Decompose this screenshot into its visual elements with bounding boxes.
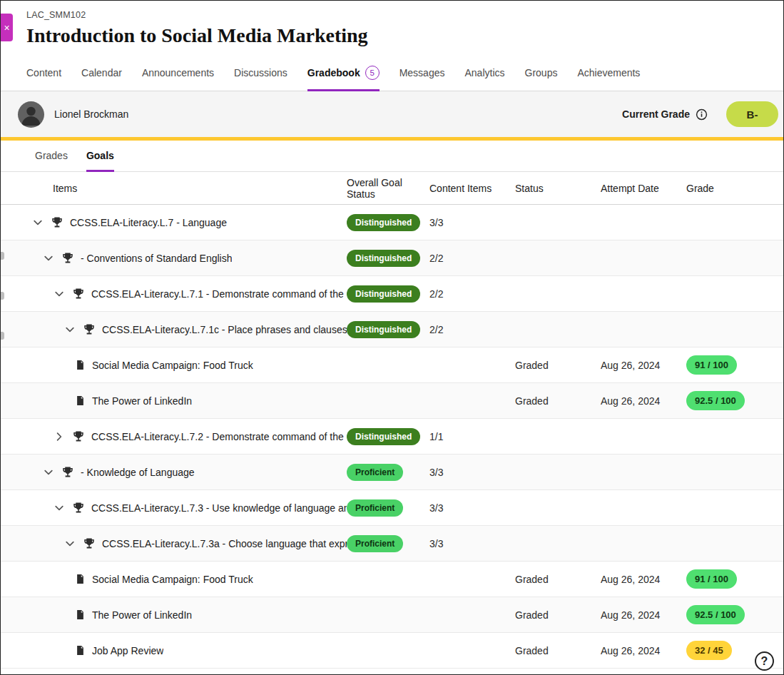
tab-label: Announcements [142,67,214,78]
items-cell: CCSS.ELA-Literacy.L.7.3a - Choose langua… [26,537,347,550]
column-items: Items [26,183,347,194]
content-items-count: 2/2 [429,253,515,264]
items-cell: The Power of LinkedIn [26,395,347,407]
item-label[interactable]: - Knowledge of Language [81,467,195,478]
grading-status: Graded [515,645,601,656]
tab-label: Analytics [464,67,504,78]
goal-icon [72,430,85,443]
content-item-row: The Power of LinkedInGradedAug 26, 20249… [1,597,783,633]
tab-groups[interactable]: Groups [525,57,558,91]
goal-icon [83,323,96,336]
chevron-down-icon[interactable] [43,467,55,478]
goal-status-pill: Distinguished [347,250,420,267]
item-label[interactable]: - Conventions of Standard English [81,253,232,264]
course-title: Introduction to Social Media Marketing [26,24,758,47]
goal-icon [61,252,74,265]
grade-cell: 92.5 / 100 [686,391,769,410]
grade-cell: 91 / 100 [686,569,769,589]
grade-pill[interactable]: 91 / 100 [686,355,737,375]
collapsed-sidebar-icon [0,252,4,260]
item-label[interactable]: CCSS.ELA-Literacy.L.7.2 - Demonstrate co… [91,431,347,442]
grade-pill[interactable]: 92.5 / 100 [686,391,745,410]
chevron-down-icon[interactable] [64,538,76,549]
goal-status-pill: Distinguished [347,285,420,303]
items-cell: Social Media Campaign: Food Truck [26,359,347,371]
items-cell: CCSS.ELA-Literacy.L.7.2 - Demonstrate co… [26,430,347,443]
goal-icon [72,288,85,300]
attempt-date: Aug 26, 2024 [601,609,686,621]
grading-status: Graded [515,395,601,407]
info-icon[interactable] [696,108,708,121]
chevron-down-icon[interactable] [64,324,76,335]
column-status: Status [515,183,601,194]
goal-status-cell: Distinguished [347,428,429,445]
goal-status-cell: Distinguished [347,250,429,267]
goal-status-pill: Distinguished [347,321,420,338]
goal-status-cell: Proficient [347,535,429,552]
tab-gradebook[interactable]: Gradebook5 [307,57,380,91]
subtab-grades[interactable]: Grades [35,141,68,172]
student-name: Lionel Brockman [54,108,128,120]
item-label[interactable]: Social Media Campaign: Food Truck [92,360,253,371]
course-code: LAC_SMM102 [26,10,758,20]
close-panel-button[interactable]: × [1,14,13,41]
content-item-row: Job App ReviewGradedAug 26, 202432 / 45 [1,633,783,669]
tab-calendar[interactable]: Calendar [81,57,122,91]
item-label[interactable]: CCSS.ELA-Literacy.L.7.1c - Place phrases… [102,324,347,335]
grading-status: Graded [515,360,601,371]
document-icon [75,609,86,621]
tab-messages[interactable]: Messages [399,57,445,91]
goal-icon [83,537,96,550]
goal-row: CCSS.ELA-Literacy.L.7.1 - Demonstrate co… [1,276,783,312]
item-label[interactable]: The Power of LinkedIn [92,609,192,621]
item-label[interactable]: Social Media Campaign: Food Truck [92,574,253,585]
tab-label: Messages [399,67,445,78]
subtab-goals[interactable]: Goals [86,141,114,172]
content-items-count: 2/2 [429,324,515,335]
grade-pill[interactable]: 91 / 100 [686,569,737,589]
content-items-count: 3/3 [429,467,515,478]
goal-status-pill: Distinguished [347,214,420,231]
goal-status-pill: Proficient [347,499,403,517]
item-label[interactable]: CCSS.ELA-Literacy.L.7.3 - Use knowledge … [91,502,347,514]
chevron-down-icon[interactable] [54,502,66,514]
table-body: CCSS.ELA-Literacy.L.7 - LanguageDistingu… [1,205,783,669]
tab-label: Discussions [234,67,287,78]
grade-pill[interactable]: 92.5 / 100 [686,605,745,624]
grade-pill[interactable]: 32 / 45 [686,641,732,660]
student-bar: Lionel Brockman Current Grade B- [1,91,783,137]
goal-icon [72,502,85,514]
items-cell: Job App Review [26,644,347,656]
tab-content[interactable]: Content [26,57,61,91]
course-nav: ContentCalendarAnnouncementsDiscussionsG… [1,57,783,91]
content-items-count: 1/1 [429,431,515,442]
tab-discussions[interactable]: Discussions [234,57,287,91]
chevron-down-icon[interactable] [54,288,66,300]
item-label[interactable]: CCSS.ELA-Literacy.L.7.1 - Demonstrate co… [91,288,347,300]
items-cell: CCSS.ELA-Literacy.L.7.1c - Place phrases… [26,323,347,336]
column-grade: Grade [686,183,769,194]
overall-grade-pill[interactable]: B- [726,101,778,127]
tab-achievements[interactable]: Achievements [577,57,640,91]
current-grade-group: Current Grade B- [622,101,778,127]
table-header: ItemsOverall Goal StatusContent ItemsSta… [1,172,783,205]
item-label[interactable]: CCSS.ELA-Literacy.L.7 - Language [70,217,227,228]
help-button[interactable]: ? [755,651,774,671]
item-label[interactable]: The Power of LinkedIn [92,395,192,407]
tab-label: Content [26,67,61,78]
tab-announcements[interactable]: Announcements [142,57,214,91]
item-label[interactable]: Job App Review [92,645,163,656]
goal-row: CCSS.ELA-Literacy.L.7.1c - Place phrases… [1,312,783,347]
goal-status-cell: Distinguished [347,321,429,338]
chevron-down-icon[interactable] [43,253,55,264]
attempt-date: Aug 26, 2024 [601,360,686,371]
goal-status-cell: Proficient [347,499,429,517]
content-items-count: 3/3 [429,502,515,514]
goal-row: - Knowledge of LanguageProficient3/3 [1,455,783,490]
item-label[interactable]: CCSS.ELA-Literacy.L.7.3a - Choose langua… [102,538,347,549]
chevron-right-icon[interactable] [54,431,66,442]
column-attempt-date: Attempt Date [601,183,686,194]
tab-analytics[interactable]: Analytics [464,57,504,91]
attempt-date: Aug 26, 2024 [601,574,686,585]
chevron-down-icon[interactable] [32,217,44,228]
